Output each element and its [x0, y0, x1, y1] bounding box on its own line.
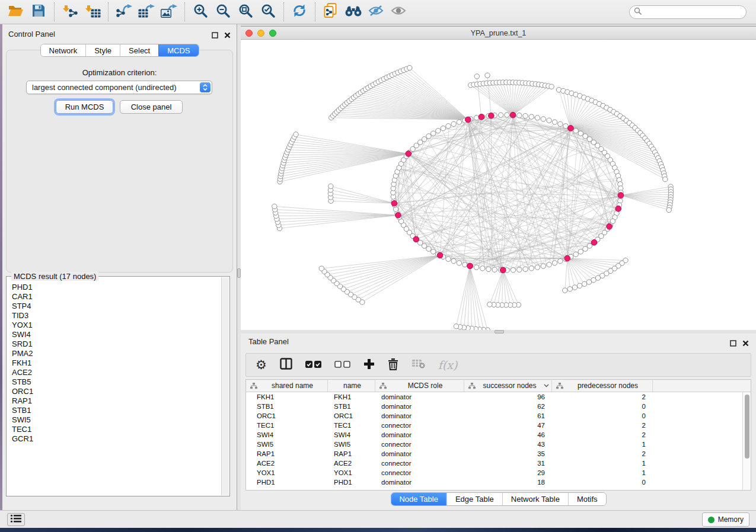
mcds-node-item[interactable]: TID3: [7, 311, 221, 321]
tab-mcds[interactable]: MCDS: [158, 44, 198, 56]
mcds-node-item[interactable]: STB5: [7, 377, 221, 387]
mcds-node-item[interactable]: RAP1: [7, 396, 221, 406]
network-node[interactable]: [573, 129, 578, 133]
network-node[interactable]: [457, 261, 461, 265]
mcds-node-item[interactable]: STP4: [7, 302, 221, 311]
open-file-button[interactable]: [5, 2, 27, 22]
network-node[interactable]: [578, 249, 583, 254]
network-canvas[interactable]: [241, 40, 756, 330]
network-node[interactable]: [582, 281, 586, 286]
mcds-hub-node[interactable]: [564, 255, 570, 261]
zoom-fit-button[interactable]: [234, 2, 257, 22]
table-row[interactable]: ORC1ORC1dominator610: [246, 411, 751, 421]
run-mcds-button[interactable]: Run MCDS: [56, 100, 113, 114]
network-node[interactable]: [328, 184, 333, 188]
network-node[interactable]: [319, 266, 324, 271]
close-panel-icon[interactable]: [224, 30, 231, 41]
mcds-node-item[interactable]: SRD1: [7, 339, 221, 349]
network-node[interactable]: [454, 324, 458, 329]
network-node[interactable]: [272, 204, 277, 209]
tab-node-table[interactable]: Node Table: [391, 493, 446, 505]
network-node[interactable]: [431, 131, 436, 136]
network-node[interactable]: [451, 121, 456, 126]
network-node[interactable]: [462, 262, 467, 267]
zoom-selected-button[interactable]: [257, 2, 279, 22]
table-row[interactable]: SWI5SWI5connector431: [246, 440, 751, 449]
mcds-node-item[interactable]: ACE2: [7, 368, 221, 377]
clone-network-button[interactable]: [320, 2, 342, 22]
float-table-panel-icon[interactable]: [730, 338, 736, 349]
network-node[interactable]: [474, 116, 479, 120]
network-node[interactable]: [523, 114, 528, 118]
network-node[interactable]: [563, 288, 567, 293]
mcds-hub-node[interactable]: [591, 239, 597, 245]
network-node[interactable]: [529, 266, 534, 271]
mcds-node-item[interactable]: CAR1: [7, 292, 221, 302]
mcds-node-item[interactable]: PMA2: [7, 349, 221, 358]
network-node[interactable]: [422, 137, 426, 142]
tab-edge-table[interactable]: Edge Table: [446, 493, 502, 505]
network-node[interactable]: [573, 252, 578, 257]
show-panel-button[interactable]: [387, 2, 410, 22]
network-node[interactable]: [511, 268, 515, 273]
mcds-hub-node[interactable]: [395, 213, 401, 219]
network-node[interactable]: [486, 267, 491, 271]
network-node[interactable]: [485, 73, 490, 78]
mcds-node-item[interactable]: SWI5: [7, 415, 221, 425]
search-input[interactable]: [642, 6, 746, 18]
tab-motifs[interactable]: Motifs: [568, 493, 606, 505]
network-node[interactable]: [492, 267, 497, 272]
memory-button[interactable]: Memory: [702, 512, 749, 527]
network-node[interactable]: [426, 246, 431, 251]
tab-select[interactable]: Select: [120, 44, 158, 56]
mcds-hub-node[interactable]: [510, 112, 516, 118]
table-row[interactable]: RAP1RAP1dominator352: [246, 449, 751, 459]
mcds-hub-node[interactable]: [437, 252, 443, 258]
network-node[interactable]: [505, 113, 509, 117]
network-node[interactable]: [457, 120, 461, 124]
mcds-hub-node[interactable]: [500, 267, 506, 273]
network-node[interactable]: [572, 285, 577, 290]
mcds-hub-node[interactable]: [479, 114, 484, 120]
table-row[interactable]: TEC1TEC1connector472: [246, 421, 751, 430]
column-header-predecessor-nodes[interactable]: predecessor nodes: [552, 380, 653, 392]
network-node[interactable]: [547, 118, 551, 123]
network-node[interactable]: [446, 257, 451, 261]
mcds-hub-node[interactable]: [615, 206, 621, 211]
network-node[interactable]: [567, 287, 572, 291]
network-node[interactable]: [577, 283, 582, 288]
column-header-MCDS-role[interactable]: MCDS role: [375, 380, 464, 392]
table-row[interactable]: STB1STB1dominator620: [246, 402, 751, 411]
zoom-out-button[interactable]: [212, 2, 234, 22]
refresh-button[interactable]: [288, 2, 311, 22]
column-header-name[interactable]: name: [328, 380, 375, 392]
float-panel-icon[interactable]: [212, 30, 218, 41]
mcds-hub-node[interactable]: [406, 151, 412, 157]
mcds-hub-node[interactable]: [607, 224, 613, 230]
network-node[interactable]: [294, 132, 298, 137]
mcds-node-item[interactable]: SWI4: [7, 330, 221, 339]
mcds-node-item[interactable]: STB1: [7, 406, 221, 415]
window-close-traffic-light[interactable]: [245, 30, 253, 37]
mcds-hub-node[interactable]: [413, 236, 419, 242]
network-node[interactable]: [535, 116, 540, 120]
mcds-node-item[interactable]: GCR1: [7, 434, 221, 444]
network-node[interactable]: [541, 264, 546, 268]
search-network-button[interactable]: [342, 2, 365, 22]
save-session-button[interactable]: [27, 2, 50, 22]
close-panel-button[interactable]: Close panel: [120, 100, 183, 114]
network-node[interactable]: [451, 259, 456, 264]
mcds-hub-node[interactable]: [568, 126, 574, 132]
optimization-criterion-select[interactable]: largest connected component (undirected): [26, 81, 212, 94]
network-node[interactable]: [586, 280, 591, 284]
import-table-button[interactable]: [81, 2, 104, 22]
mcds-hub-node[interactable]: [465, 117, 471, 123]
table-scrollbar-thumb[interactable]: [745, 395, 749, 459]
network-node[interactable]: [431, 249, 436, 254]
network-node[interactable]: [436, 129, 441, 133]
task-history-button[interactable]: [7, 513, 25, 526]
mcds-result-scrollbar[interactable]: [221, 277, 229, 495]
network-node[interactable]: [666, 207, 671, 212]
network-node[interactable]: [552, 120, 557, 124]
network-node[interactable]: [558, 121, 563, 126]
